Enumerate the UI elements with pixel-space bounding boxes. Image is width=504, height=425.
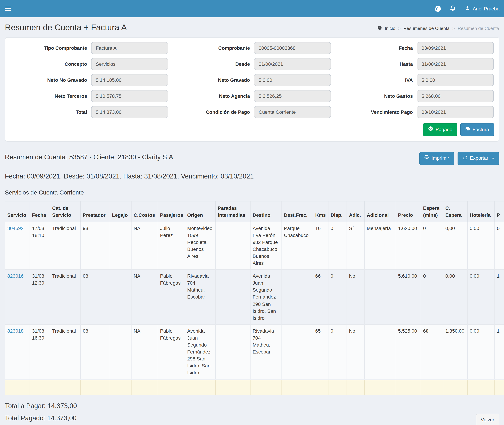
table-row: 80459217/08 18:10Tradicional98NAJulio Pe…: [5, 222, 504, 270]
field-input-condicion-de-pago[interactable]: [254, 106, 331, 118]
field-input-neto-terceros[interactable]: [91, 90, 168, 102]
field-input-hasta[interactable]: [417, 58, 494, 70]
summary-dates-line: Fecha: 03/09/2021. Desde: 01/08/2021. Ha…: [5, 173, 504, 180]
field-neto-terceros: Neto Terceros: [10, 90, 168, 102]
cell-servicio: 804592: [5, 222, 30, 270]
volver-button[interactable]: Volver: [476, 414, 499, 425]
imprimir-button[interactable]: Imprimir: [419, 152, 454, 165]
field-input-fecha[interactable]: [417, 42, 494, 54]
service-link[interactable]: 823016: [7, 273, 23, 279]
cell-p: 0: [495, 222, 504, 270]
cell-destino: Rivadavia 704 Matheu, Escobar: [250, 324, 282, 379]
column-header-dest-frec: Dest.Frec.: [282, 201, 313, 222]
summary-title: Resumen de Cuenta: 53587 - Cliente: 2183…: [5, 152, 175, 161]
field-input-neto-no-gravado[interactable]: [91, 74, 168, 86]
pagado-button[interactable]: Pagado: [423, 123, 457, 136]
field-input-vencimiento-pago[interactable]: [417, 106, 494, 118]
services-table-container: ServicioFechaCat. de ServicioPrestadorLe…: [5, 201, 504, 395]
cell-fecha: 31/08 12:30: [30, 270, 50, 324]
cell-adicional: [365, 270, 396, 324]
factura-button[interactable]: Factura: [460, 123, 494, 136]
field-desde: Desde: [173, 58, 331, 70]
field-label-vencimiento-pago: Vencimiento Pago: [336, 109, 413, 115]
help-button[interactable]: ?: [431, 0, 445, 17]
field-input-neto-agencia[interactable]: [254, 90, 331, 102]
breadcrumb-inicio[interactable]: Inicio: [385, 26, 395, 31]
column-header-kms: Kms: [313, 201, 328, 222]
cell-precio: 1.620,00: [396, 222, 421, 270]
totals-block: Total a Pagar: 14.373,00 Total Pagado: 1…: [5, 402, 77, 422]
caret-down-icon: [491, 158, 494, 159]
cell-espera-mins: 0: [421, 270, 443, 324]
total-a-pagar: Total a Pagar: 14.373,00: [5, 402, 77, 410]
cell-cat-de-servicio: Tradicional: [50, 270, 80, 324]
field-input-comprobante[interactable]: [254, 42, 331, 54]
cell-adicional: [365, 324, 396, 379]
column-header-p: P: [495, 201, 504, 222]
notifications-button[interactable]: [445, 0, 460, 17]
field-total: Total: [10, 106, 168, 118]
footer-cell: [50, 379, 80, 395]
summary-actions: Imprimir Exportar: [419, 152, 499, 165]
breadcrumb: Inicio > Resúmenes de Cuenta > Resumen d…: [377, 25, 499, 31]
footer-cell: [365, 379, 396, 395]
field-input-neto-gravado[interactable]: [254, 74, 331, 86]
cell-precio: 5.610,00: [396, 270, 421, 324]
cell-fecha: 17/08 18:10: [30, 222, 50, 270]
column-header-precio: Precio: [396, 201, 421, 222]
field-input-desde[interactable]: [254, 58, 331, 70]
breadcrumb-resumenes[interactable]: Resúmenes de Cuenta: [404, 26, 450, 31]
column-header-c-espera: C. Espera: [443, 201, 467, 222]
footer-cell: [282, 379, 313, 395]
exportar-button[interactable]: Exportar: [457, 152, 499, 165]
sidebar-toggle-button[interactable]: [0, 0, 16, 17]
field-input-total[interactable]: [91, 106, 168, 118]
column-header-espera-mins: Espera (mins): [421, 201, 443, 222]
column-header-origen: Origen: [185, 201, 216, 222]
field-input-concepto[interactable]: [91, 58, 168, 70]
footer-cell: [495, 379, 504, 395]
imprimir-button-label: Imprimir: [431, 155, 449, 162]
cell-c-espera: 1.350,00: [443, 324, 467, 379]
field-label-neto-gravado: Neto Gravado: [173, 77, 250, 83]
breadcrumb-separator: >: [398, 26, 400, 31]
cell-c-espera: 0,00: [443, 222, 467, 270]
footer-cell: [467, 379, 495, 395]
exportar-button-label: Exportar: [470, 155, 488, 162]
cell-adic: Sí: [347, 222, 365, 270]
column-header-servicio: Servicio: [5, 201, 30, 222]
pagado-button-label: Pagado: [436, 126, 452, 133]
cell-cat-de-servicio: Tradicional: [50, 222, 80, 270]
footer-cell: [328, 379, 347, 395]
service-link[interactable]: 804592: [7, 226, 23, 231]
field-neto-gravado: Neto Gravado: [173, 74, 331, 86]
footer-cell: [313, 379, 328, 395]
invoice-card-actions: Pagado Factura: [10, 123, 494, 136]
cell-kms: 66: [313, 270, 328, 324]
footer-cell: [5, 379, 30, 395]
table-row: 82301831/08 16:30Tradicional08NAPablo Fá…: [5, 324, 504, 379]
service-link[interactable]: 823018: [7, 328, 23, 333]
cell-adic: No: [347, 270, 365, 324]
cell-fecha: 31/08 16:30: [30, 324, 50, 379]
column-header-adicional: Adicional: [365, 201, 396, 222]
field-condicion-de-pago: Condición de Pago: [173, 106, 331, 118]
total-pagado: Total Pagado: 14.373,00: [5, 414, 77, 422]
footer-cell: [131, 379, 158, 395]
column-header-fecha: Fecha: [30, 201, 50, 222]
user-menu[interactable]: Ariel Prueba: [460, 0, 504, 17]
column-header-pasajeros: Pasajeros: [158, 201, 185, 222]
field-label-hasta: Hasta: [336, 61, 413, 67]
field-input-iva[interactable]: [417, 74, 494, 86]
footer-cell: [421, 379, 443, 395]
field-input-tipo-comprobante[interactable]: [91, 42, 168, 54]
cell-paradas-intermedias: [216, 222, 250, 270]
cell-kms: 65: [313, 324, 328, 379]
breadcrumb-current: Resumen de Cuenta: [458, 26, 499, 31]
table-row: 82301631/08 12:30Tradicional08NAPablo Fá…: [5, 270, 504, 324]
cell-kms: 16: [313, 222, 328, 270]
cell-espera-mins: 0: [421, 222, 443, 270]
cell-origen: Rivadavia 704 Matheu, Escobar: [185, 270, 216, 324]
cell-dest-frec: [282, 324, 313, 379]
field-input-neto-gastos[interactable]: [417, 90, 494, 102]
